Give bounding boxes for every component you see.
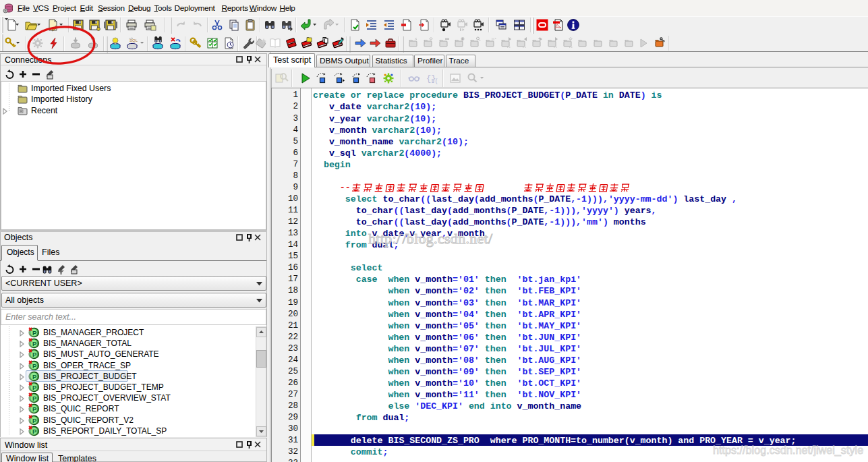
svg-text:P: P (32, 329, 37, 337)
svg-text:P: P (32, 417, 37, 424)
svg-text:P: P (32, 340, 37, 347)
svg-text:P: P (32, 373, 37, 380)
svg-text:P: P (32, 384, 37, 391)
svg-text:P: P (32, 395, 37, 402)
svg-text:SQL: SQL (129, 38, 138, 42)
svg-text:t(): t() (431, 78, 438, 85)
svg-text:i: i (462, 37, 463, 41)
svg-text:P: P (32, 351, 37, 358)
svg-text:P: P (32, 362, 37, 370)
svg-text:P: P (32, 428, 37, 435)
svg-text:P: P (32, 405, 37, 413)
